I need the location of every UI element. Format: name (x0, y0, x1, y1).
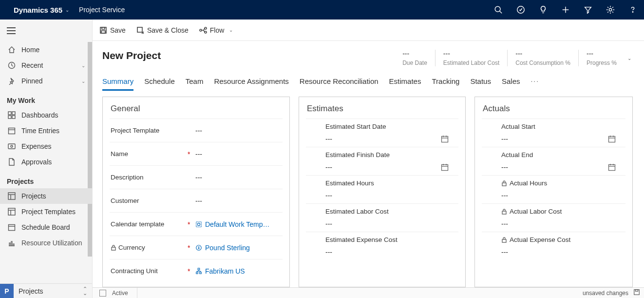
svg-line-10 (500, 11, 502, 14)
tab-schedule[interactable]: Schedule (144, 77, 175, 91)
search-icon[interactable] (487, 0, 510, 20)
field-name[interactable]: Name * --- (110, 142, 283, 165)
sidebar-item-projects[interactable]: Projects (0, 188, 92, 204)
sidebar-item-home[interactable]: Home (0, 42, 92, 58)
chevron-down-icon[interactable]: ⌄ (65, 7, 79, 13)
svg-rect-32 (8, 208, 15, 215)
tab-tracking[interactable]: Tracking (432, 77, 459, 91)
lightbulb-icon[interactable] (532, 0, 554, 20)
field-est-expense-cost[interactable]: Estimated Expense Cost --- (306, 232, 458, 260)
status-bar: Active unsaved changes (93, 287, 644, 298)
calendar-icon[interactable] (441, 135, 449, 143)
app-name-label[interactable]: Project Service (79, 6, 125, 14)
area-tile: P (0, 284, 14, 298)
save-close-button[interactable]: Save & Close (136, 26, 189, 34)
field-actual-expense-cost[interactable]: Actual Expense Cost --- (482, 232, 625, 260)
brand-label[interactable]: Dynamics 365 (14, 6, 65, 14)
field-contracting-unit[interactable]: Contracting Unit * Fabrikam US (110, 259, 283, 282)
sidebar-item-label: Resource Utilization (21, 239, 82, 247)
currency-icon (195, 244, 202, 251)
calendar-icon[interactable] (608, 163, 616, 171)
field-est-start-date[interactable]: Estimated Start Date --- (306, 119, 458, 147)
sidebar-item-recent[interactable]: Recent ⌄ (0, 58, 92, 73)
sidebar-item-resource-utilization[interactable]: Resource Utilization (0, 235, 92, 251)
field-customer[interactable]: Customer --- (110, 189, 283, 212)
top-navigation-bar: Dynamics 365 ⌄ Project Service (0, 0, 644, 20)
svg-rect-29 (8, 193, 15, 199)
section-title: General (103, 97, 289, 119)
field-currency[interactable]: Currency * Pound Sterling (110, 236, 283, 259)
hamburger-icon[interactable] (0, 20, 92, 40)
section-title: Estimates (299, 97, 465, 119)
filter-icon[interactable] (577, 0, 599, 20)
tab-resource-assignments[interactable]: Resource Assignments (214, 77, 288, 91)
metric-cost-consumption[interactable]: --- Cost Consumption % (507, 50, 578, 66)
svg-rect-74 (634, 290, 640, 295)
metric-due-date[interactable]: --- Due Date (395, 50, 435, 66)
field-actual-hours[interactable]: Actual Hours --- (482, 175, 625, 203)
home-icon (7, 46, 17, 54)
svg-rect-75 (635, 290, 638, 292)
field-project-template[interactable]: Project Template --- (110, 119, 283, 142)
header-metrics: --- Due Date --- Estimated Labor Cost --… (395, 50, 634, 66)
sidebar-item-label: Pinned (21, 77, 43, 85)
sidebar-item-label: Dashboards (21, 111, 58, 119)
sidebar-item-schedule-board[interactable]: Schedule Board (0, 219, 92, 235)
chevron-down-icon[interactable]: ⌄ (625, 50, 634, 66)
sidebar-item-label: Recent (21, 61, 43, 69)
tab-resource-reconciliation[interactable]: Resource Reconciliation (300, 77, 379, 91)
sidebar-item-dashboards[interactable]: Dashboards (0, 107, 92, 123)
sidebar-item-time-entries[interactable]: Time Entries (0, 123, 92, 139)
chart-icon (7, 239, 17, 247)
cmd-label: Flow (210, 26, 225, 34)
tab-overflow[interactable]: ··· (530, 77, 539, 91)
svg-rect-22 (12, 112, 15, 115)
svg-rect-39 (11, 241, 12, 246)
sidebar-area-switcher[interactable]: P Projects ⌃⌄ (0, 283, 92, 298)
field-description[interactable]: Description --- (110, 165, 283, 189)
command-bar: Save Save & Close Flow ⌄ (93, 20, 644, 41)
tab-team[interactable]: Team (186, 77, 204, 91)
svg-point-28 (11, 145, 13, 147)
up-down-icon[interactable]: ⌃⌄ (78, 287, 92, 296)
chevron-down-icon: ⌄ (229, 27, 233, 33)
metric-est-labor-cost[interactable]: --- Estimated Labor Cost (435, 50, 507, 66)
calendar-icon[interactable] (441, 163, 449, 171)
field-est-hours[interactable]: Estimated Hours --- (306, 175, 458, 203)
sidebar-section-projects: Projects (0, 170, 92, 188)
app-launcher-icon[interactable] (0, 5, 14, 14)
svg-rect-24 (12, 116, 15, 119)
sidebar-item-label: Schedule Board (21, 223, 70, 231)
sidebar-item-project-templates[interactable]: Project Templates (0, 204, 92, 219)
page-title: New Project (102, 50, 161, 61)
field-calendar-template[interactable]: Calendar template * Default Work Temp… (110, 212, 283, 236)
tab-estimates[interactable]: Estimates (389, 77, 421, 91)
field-actual-start[interactable]: Actual Start --- (482, 119, 625, 147)
lock-icon (111, 245, 116, 251)
field-est-labor-cost[interactable]: Estimated Labor Cost --- (306, 203, 458, 232)
field-actual-end[interactable]: Actual End --- (482, 147, 625, 175)
add-icon[interactable] (554, 0, 577, 20)
record-status[interactable]: Active (93, 288, 137, 298)
sidebar-item-approvals[interactable]: Approvals (0, 154, 92, 170)
help-icon[interactable] (622, 0, 644, 20)
tab-status[interactable]: Status (470, 77, 491, 91)
sidebar-item-expenses[interactable]: Expenses (0, 139, 92, 154)
metric-progress[interactable]: --- Progress % (578, 50, 625, 66)
sidebar-item-pinned[interactable]: Pinned ⌄ (0, 73, 92, 89)
field-actual-labor-cost[interactable]: Actual Labor Cost --- (482, 203, 625, 232)
save-button[interactable]: Save (99, 26, 126, 34)
save-icon[interactable] (633, 289, 644, 297)
svg-point-15 (609, 8, 611, 11)
flow-button[interactable]: Flow ⌄ (199, 26, 233, 34)
tab-sales[interactable]: Sales (502, 77, 520, 91)
field-est-finish-date[interactable]: Estimated Finish Date --- (306, 147, 458, 175)
flow-icon (199, 26, 207, 34)
task-icon[interactable] (510, 0, 532, 20)
sidebar-item-label: Time Entries (21, 127, 59, 135)
gear-icon[interactable] (599, 0, 622, 20)
svg-rect-25 (9, 128, 15, 134)
section-general: General Project Template --- Name * --- … (102, 97, 290, 287)
tab-summary[interactable]: Summary (102, 77, 133, 91)
calendar-icon[interactable] (608, 135, 616, 143)
